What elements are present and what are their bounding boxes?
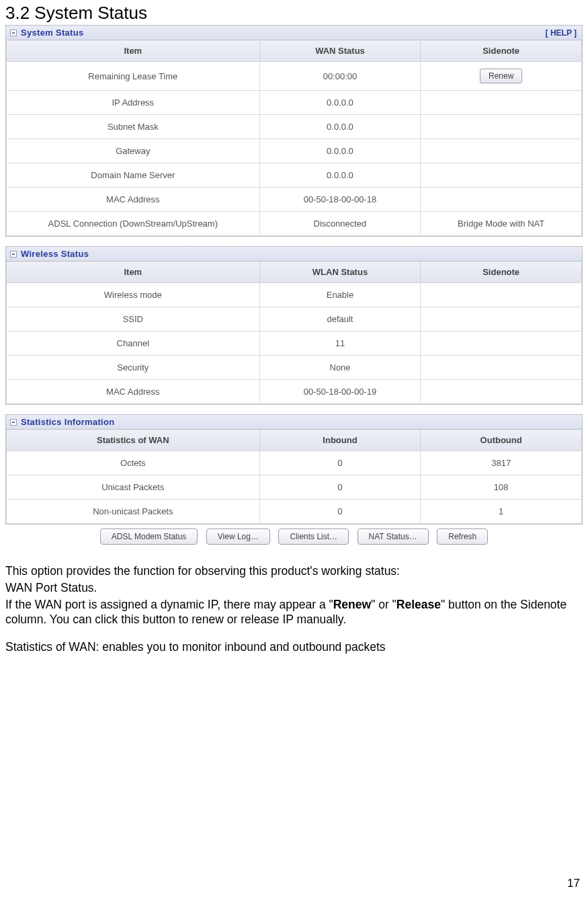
cell-status: 0.0.0.0 (259, 163, 421, 188)
cell-item: Non-unicast Packets (7, 500, 260, 524)
col-header: Item (7, 40, 260, 62)
table-row: MAC Address 00-50-18-00-00-18 (7, 188, 582, 212)
cell-side (421, 163, 582, 188)
cell-status: 0.0.0.0 (259, 91, 421, 115)
cell-status: 00-50-18-00-00-18 (259, 188, 421, 212)
col-header: Sidenote (421, 262, 582, 283)
cell-side (421, 331, 582, 356)
cell-item: Domain Name Server (7, 163, 260, 188)
cell-out: 108 (421, 475, 582, 500)
table-row: Wireless mode Enable (7, 283, 582, 307)
cell-side (421, 283, 582, 307)
table-row: Gateway 0.0.0.0 (7, 139, 582, 163)
cell-item: Subnet Mask (7, 115, 260, 139)
desc-line: This option provides the function for ob… (5, 563, 583, 579)
cell-item: Gateway (7, 139, 260, 163)
cell-side (421, 356, 582, 380)
footer-button-row: ADSL Modem Status View Log… Clients List… (5, 529, 583, 545)
cell-out: 1 (421, 500, 582, 524)
col-header: WAN Status (259, 40, 421, 62)
page-number: 17 (5, 877, 583, 890)
wireless-status-table: Item WLAN Status Sidenote Wireless mode … (6, 262, 582, 404)
cell-side (421, 91, 582, 115)
cell-in: 0 (259, 500, 421, 524)
table-row: Octets 0 3817 (7, 451, 582, 475)
cell-item: Channel (7, 331, 260, 356)
statistics-panel: Statistics Information Statistics of WAN… (5, 414, 583, 524)
panel-icon (10, 419, 17, 426)
cell-in: 0 (259, 451, 421, 475)
cell-side (421, 139, 582, 163)
cell-item: ADSL Connection (DownStream/UpStream) (7, 212, 260, 236)
table-row: Subnet Mask 0.0.0.0 (7, 115, 582, 139)
col-header: Outbound (421, 430, 582, 451)
wireless-status-panel: Wireless Status Item WLAN Status Sidenot… (5, 246, 583, 405)
table-row: Non-unicast Packets 0 1 (7, 500, 582, 524)
cell-status: 0.0.0.0 (259, 139, 421, 163)
panel-header: System Status [ HELP ] (6, 26, 582, 40)
panel-icon (10, 30, 17, 36)
cell-item: SSID (7, 307, 260, 331)
system-status-table: Item WAN Status Sidenote Remaining Lease… (6, 40, 582, 236)
cell-status: 00:00:00 (259, 62, 421, 91)
col-header: Item (7, 262, 260, 283)
cell-status: 00-50-18-00-00-19 (259, 380, 421, 404)
desc-line: Statistics of WAN: enables you to monito… (5, 639, 583, 655)
col-header: Statistics of WAN (7, 430, 260, 451)
table-row: Unicast Packets 0 108 (7, 475, 582, 500)
cell-item: MAC Address (7, 380, 260, 404)
cell-item: Unicast Packets (7, 475, 260, 500)
cell-side (421, 380, 582, 404)
col-header: Inbound (259, 430, 421, 451)
cell-item: Security (7, 356, 260, 380)
table-row: Domain Name Server 0.0.0.0 (7, 163, 582, 188)
table-row: SSID default (7, 307, 582, 331)
table-row: Security None (7, 356, 582, 380)
cell-in: 0 (259, 475, 421, 500)
col-header: WLAN Status (259, 262, 421, 283)
panel-title: System Status (21, 28, 84, 38)
desc-text: If the WAN port is assigned a dynamic IP… (5, 598, 333, 611)
desc-text: " or " (371, 598, 396, 611)
table-row: Channel 11 (7, 331, 582, 356)
help-link[interactable]: [ HELP ] (546, 28, 577, 38)
cell-item: Octets (7, 451, 260, 475)
cell-status: default (259, 307, 421, 331)
cell-side: Renew (421, 62, 582, 91)
panel-header: Statistics Information (6, 415, 582, 430)
bold-renew: Renew (333, 598, 371, 611)
cell-side (421, 115, 582, 139)
cell-side (421, 188, 582, 212)
description-block: This option provides the function for ob… (5, 563, 583, 655)
table-row: Remaining Lease Time 00:00:00 Renew (7, 62, 582, 91)
cell-item: Remaining Lease Time (7, 62, 260, 91)
table-row: IP Address 0.0.0.0 (7, 91, 582, 115)
adsl-modem-status-button[interactable]: ADSL Modem Status (100, 529, 198, 545)
bold-release: Release (396, 598, 441, 611)
system-status-panel: System Status [ HELP ] Item WAN Status S… (5, 25, 583, 237)
cell-status: Disconnected (259, 212, 421, 236)
cell-side: Bridge Mode with NAT (421, 212, 582, 236)
nat-status-button[interactable]: NAT Status… (358, 529, 429, 545)
cell-side (421, 307, 582, 331)
cell-out: 3817 (421, 451, 582, 475)
cell-status: Enable (259, 283, 421, 307)
renew-button[interactable]: Renew (480, 69, 522, 83)
cell-item: Wireless mode (7, 283, 260, 307)
table-row: ADSL Connection (DownStream/UpStream) Di… (7, 212, 582, 236)
refresh-button[interactable]: Refresh (437, 529, 488, 545)
view-log-button[interactable]: View Log… (206, 529, 270, 545)
panel-title: Wireless Status (21, 249, 89, 259)
panel-header: Wireless Status (6, 247, 582, 262)
desc-line: If the WAN port is assigned a dynamic IP… (5, 597, 583, 628)
table-row: MAC Address 00-50-18-00-00-19 (7, 380, 582, 404)
panel-icon (10, 251, 17, 258)
desc-line: WAN Port Status. (5, 580, 583, 596)
cell-status: None (259, 356, 421, 380)
clients-list-button[interactable]: Clients List… (278, 529, 349, 545)
panel-title: Statistics Information (21, 417, 115, 427)
cell-status: 11 (259, 331, 421, 356)
cell-item: IP Address (7, 91, 260, 115)
statistics-table: Statistics of WAN Inbound Outbound Octet… (6, 430, 582, 524)
cell-status: 0.0.0.0 (259, 115, 421, 139)
